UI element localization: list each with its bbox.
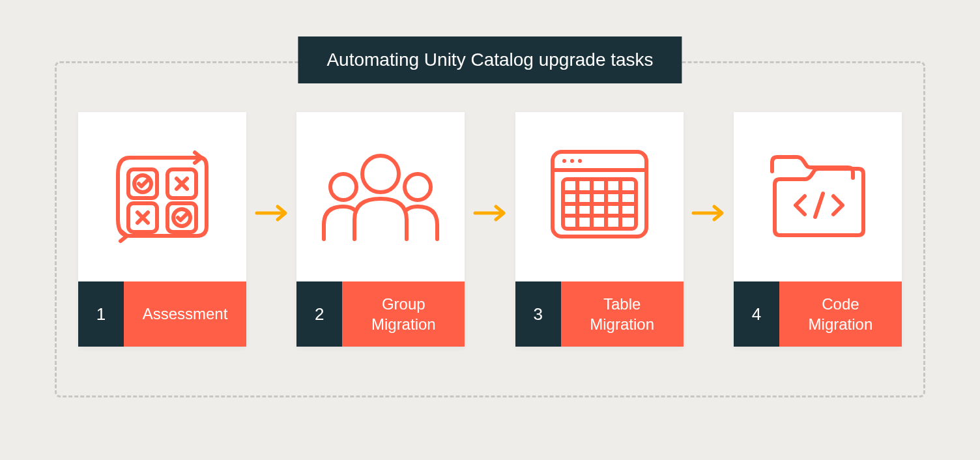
svg-point-11 — [562, 159, 566, 163]
step-card-3: 3 TableMigration — [515, 112, 684, 347]
svg-point-7 — [330, 174, 356, 200]
step-label: TableMigration — [561, 281, 684, 347]
svg-point-12 — [570, 159, 574, 163]
code-icon — [734, 112, 902, 281]
step-card-4: 4 CodeMigration — [734, 112, 902, 347]
table-icon — [515, 112, 684, 281]
arrow-icon — [470, 204, 510, 222]
steps-row: 1 Assessment 2 GroupMigrat — [78, 112, 902, 347]
step-number: 2 — [296, 281, 342, 347]
step-label: GroupMigration — [342, 281, 465, 347]
step-number: 3 — [515, 281, 561, 347]
arrow-icon — [689, 204, 728, 222]
arrow-icon — [252, 204, 291, 222]
svg-point-8 — [405, 174, 431, 200]
step-number: 1 — [78, 281, 124, 347]
step-label: CodeMigration — [779, 281, 902, 347]
group-icon — [296, 112, 465, 281]
assessment-icon — [78, 112, 246, 281]
step-card-1: 1 Assessment — [78, 112, 246, 347]
svg-line-22 — [815, 194, 823, 217]
svg-point-6 — [362, 156, 399, 192]
svg-point-13 — [578, 159, 582, 163]
diagram-title: Automating Unity Catalog upgrade tasks — [298, 36, 682, 83]
step-number: 4 — [734, 281, 779, 347]
step-card-2: 2 GroupMigration — [296, 112, 465, 347]
step-label: Assessment — [124, 281, 246, 347]
